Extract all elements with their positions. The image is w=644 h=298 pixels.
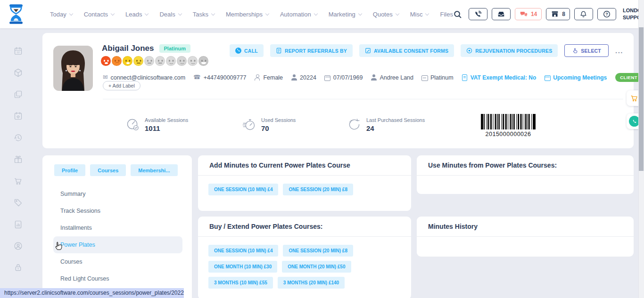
course-option-button[interactable]: ONE MONTH (10 MIN) £30 bbox=[208, 261, 277, 273]
lock-icon[interactable] bbox=[13, 263, 23, 273]
Tasks[interactable]: Tasks bbox=[193, 11, 215, 18]
notifications-button[interactable] bbox=[574, 8, 593, 20]
history-icon[interactable] bbox=[13, 133, 23, 143]
document-icon bbox=[276, 48, 282, 54]
chevron-down-icon bbox=[265, 11, 269, 15]
meetings-calendar-icon bbox=[544, 74, 550, 81]
select-button[interactable]: SELECT bbox=[564, 44, 609, 57]
mood-face-icon[interactable] bbox=[101, 56, 111, 66]
side-menu-item[interactable]: Installments bbox=[53, 219, 182, 236]
contact-details-row: ✉connect@clinicsoftware.com ☎+4474900097… bbox=[103, 73, 644, 82]
profile-tabs: Profile Courses Membershi... bbox=[42, 155, 192, 182]
mood-face-icon[interactable] bbox=[144, 56, 154, 66]
mood-face-icon[interactable] bbox=[166, 56, 176, 66]
contact-item[interactable]: Upcoming Meetings bbox=[544, 74, 607, 81]
course-option-button[interactable]: 3 MONTHS (10 MIN) £55 bbox=[208, 277, 273, 289]
Misc[interactable]: Misc bbox=[410, 11, 429, 18]
contact-item: 07/07/1969 bbox=[324, 74, 363, 81]
session-option-button[interactable]: ONE SESSION (20 MIN) £8 bbox=[283, 184, 353, 195]
envelope-icon: ✉ bbox=[103, 74, 107, 81]
select-pointer-icon bbox=[572, 48, 578, 54]
rejuvenation-procedures-button[interactable]: REJUVENATION PROCEDURES bbox=[461, 44, 558, 57]
contact-item-label: 07/07/1969 bbox=[333, 74, 363, 81]
Memberships[interactable]: Memberships bbox=[226, 11, 269, 18]
report-referrals-button[interactable]: REPORT REFERRALS BY bbox=[270, 44, 353, 57]
add-minutes-card: Add Minutes to Current Power Plates Cour… bbox=[198, 155, 411, 211]
Marketing[interactable]: Marketing bbox=[329, 11, 362, 18]
chevron-down-icon bbox=[314, 11, 317, 15]
profile-tab[interactable]: Membershi... bbox=[131, 164, 177, 176]
side-menu-item[interactable]: Red Light Courses bbox=[53, 270, 182, 287]
profile-tab[interactable]: Profile bbox=[54, 164, 85, 176]
store-button[interactable]: 8 bbox=[546, 8, 570, 20]
Automation[interactable]: Automation bbox=[280, 11, 317, 18]
mood-face-icon[interactable] bbox=[177, 56, 187, 66]
side-menu-item[interactable]: Track Sessions bbox=[53, 202, 182, 219]
inbox-button[interactable] bbox=[492, 8, 511, 20]
add-label-button[interactable]: + Add Label bbox=[103, 81, 140, 90]
course-option-button[interactable]: ONE MONTH (20 MIN) £50 bbox=[282, 261, 351, 273]
icon-sidebar: 12 bbox=[0, 28, 36, 298]
Today[interactable]: Today bbox=[50, 11, 73, 18]
Leads[interactable]: Leads bbox=[125, 11, 148, 18]
call-button[interactable]: CALL bbox=[230, 44, 264, 57]
main-nav: Today Contacts Leads Deals Tasks Members… bbox=[50, 11, 453, 18]
mood-face-icon[interactable] bbox=[155, 56, 165, 66]
more-options-button[interactable]: ... bbox=[615, 47, 623, 55]
scrollbar-thumb[interactable] bbox=[639, 27, 644, 171]
side-menu-item[interactable]: Power Plates bbox=[53, 236, 182, 253]
course-option-button[interactable]: ONE SESSION (10 MIN) £4 bbox=[208, 245, 278, 257]
card-title: Use Minutes from Power Plates Courses: bbox=[417, 155, 634, 176]
contact-item[interactable]: VAT Exempt Medical: No bbox=[462, 74, 537, 81]
side-menu-item[interactable]: Summary bbox=[53, 185, 182, 202]
Contacts[interactable]: Contacts bbox=[84, 11, 114, 18]
app-logo-icon[interactable] bbox=[7, 3, 25, 25]
Quotes[interactable]: Quotes bbox=[373, 11, 399, 18]
profile-actions-row: CALL REPORT REFERRALS BY AVAILABLE CONSE… bbox=[230, 44, 623, 57]
gift-icon[interactable] bbox=[13, 154, 23, 164]
package-icon[interactable] bbox=[13, 68, 23, 78]
Files[interactable]: Files bbox=[440, 11, 453, 18]
buy-extend-card: Buy / Extend Power Plates Courses: ONE S… bbox=[198, 217, 411, 298]
client-id-icon bbox=[291, 74, 297, 81]
referrer-icon bbox=[371, 74, 377, 81]
side-menu-item[interactable]: Courses bbox=[53, 253, 182, 270]
contact-item-label: Female bbox=[263, 74, 283, 81]
page-scrollbar bbox=[638, 0, 644, 298]
profile-tab[interactable]: Courses bbox=[90, 164, 126, 176]
client-barcode: 2015000000026 bbox=[481, 114, 536, 137]
calendar-icon[interactable]: 12 bbox=[13, 46, 23, 56]
mood-face-icon[interactable] bbox=[123, 56, 132, 66]
svg-text:12: 12 bbox=[17, 51, 19, 54]
user-circle-icon[interactable] bbox=[13, 241, 23, 251]
dialer-button[interactable] bbox=[469, 8, 487, 20]
chevron-down-icon bbox=[358, 11, 362, 15]
consent-forms-button[interactable]: AVAILABLE CONSENT FORMS bbox=[359, 44, 454, 57]
search-icon[interactable] bbox=[453, 10, 462, 19]
client-name: Abigail Jones bbox=[102, 44, 154, 53]
vat-document-icon bbox=[462, 74, 468, 81]
discount-tag-icon[interactable] bbox=[13, 198, 23, 208]
topbar-right-cluster: 14 8 ? LONDON SUPPORT bbox=[453, 6, 644, 22]
mood-face-icon[interactable] bbox=[133, 56, 143, 66]
report-document-icon[interactable] bbox=[13, 219, 23, 229]
calendar-heart-icon[interactable] bbox=[13, 111, 23, 121]
mood-face-icon[interactable] bbox=[188, 56, 198, 66]
help-button[interactable]: ? bbox=[597, 8, 616, 20]
cart-icon bbox=[630, 94, 639, 103]
contact-item: Andree Land bbox=[371, 74, 413, 81]
mood-face-icon[interactable] bbox=[198, 56, 208, 66]
card-title: Buy / Extend Power Plates Courses: bbox=[198, 217, 411, 237]
contact-item-label: Upcoming Meetings bbox=[553, 74, 607, 81]
course-option-button[interactable]: ONE SESSION (20 MIN) £8 bbox=[283, 245, 353, 257]
duplicate-windows-icon[interactable] bbox=[13, 89, 23, 99]
course-option-button[interactable]: 3 MONTHS (20 MIN) £140 bbox=[278, 277, 345, 289]
Deals[interactable]: Deals bbox=[159, 11, 181, 18]
store-count-badge: 8 bbox=[562, 11, 565, 17]
cart-icon[interactable] bbox=[13, 176, 23, 186]
chat-button[interactable]: 14 bbox=[515, 8, 542, 20]
contact-item-label: VAT Exempt Medical: No bbox=[471, 74, 537, 81]
mood-face-icon[interactable] bbox=[112, 56, 122, 66]
session-option-button[interactable]: ONE SESSION (10 MIN) £4 bbox=[208, 184, 278, 195]
contact-item-label: Platinum bbox=[430, 74, 454, 81]
